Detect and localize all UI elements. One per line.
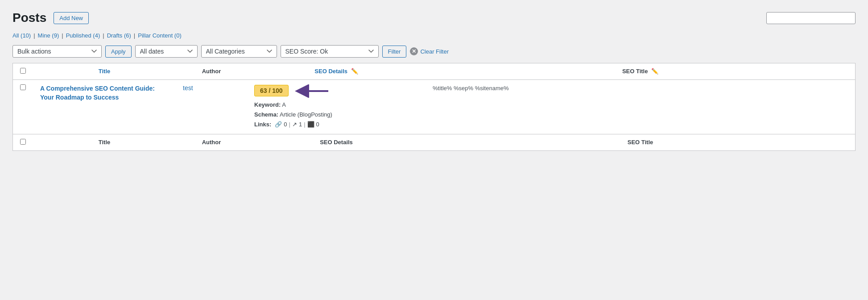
page-header: Posts Add New bbox=[12, 11, 856, 25]
post-title-link[interactable]: A Comprehensive SEO Content Guide: Your … bbox=[40, 85, 155, 101]
seo-links-row: Links: 🔗 0 | ↗ 1 | ⬛ 0 bbox=[254, 120, 418, 129]
schema-label: Schema: bbox=[254, 111, 278, 118]
links-internal-count: 0 bbox=[284, 120, 287, 129]
sep-1: | bbox=[33, 32, 35, 39]
link-icon-nofollow: ⬛ bbox=[307, 120, 314, 129]
th-title: Title bbox=[33, 63, 176, 80]
row-checkbox[interactable] bbox=[20, 84, 26, 90]
tfoot-th-author: Author bbox=[176, 134, 247, 150]
search-area bbox=[766, 12, 856, 24]
seo-score-badge: 63 / 100 bbox=[254, 85, 289, 96]
tablenav-top: Bulk actions Apply All dates All Categor… bbox=[12, 45, 856, 58]
th-seo-title-label: SEO Title bbox=[622, 68, 648, 75]
tfoot-th-seo-details: SEO Details bbox=[247, 134, 426, 150]
arrow-icon bbox=[295, 84, 331, 98]
filter-link-published[interactable]: Published (4) bbox=[66, 32, 100, 39]
arrow-annotation bbox=[295, 84, 331, 98]
author-link[interactable]: test bbox=[183, 84, 193, 92]
link-icon-internal: 🔗 bbox=[275, 120, 282, 129]
th-seo-details-link[interactable]: SEO Details bbox=[314, 68, 347, 75]
table-header-row: Title Author SEO Details ✏️ SEO Title ✏️ bbox=[13, 63, 856, 80]
table-footer-row: Title Author SEO Details SEO Title bbox=[13, 134, 856, 150]
tfoot-select-all-checkbox[interactable] bbox=[20, 139, 26, 145]
page-title: Posts bbox=[12, 11, 46, 25]
th-checkbox bbox=[13, 63, 33, 80]
row-author-cell: test bbox=[176, 80, 247, 134]
clear-filter-label: Clear Filter bbox=[420, 48, 449, 55]
keyword-value: A bbox=[282, 101, 286, 108]
filter-button[interactable]: Filter bbox=[382, 46, 407, 58]
row-seo-details-cell: 63 / 100 Keyword: bbox=[247, 80, 426, 134]
seo-score-area: 63 / 100 bbox=[254, 84, 418, 100]
filter-link-all[interactable]: All (10) bbox=[12, 32, 31, 39]
posts-table: Title Author SEO Details ✏️ SEO Title ✏️… bbox=[12, 63, 856, 151]
sep-2: | bbox=[62, 32, 63, 39]
th-seo-details: SEO Details ✏️ bbox=[247, 63, 426, 80]
link-sep-1: | bbox=[289, 120, 290, 129]
seo-keyword-row: Keyword: A bbox=[254, 100, 418, 110]
select-all-checkbox[interactable] bbox=[20, 68, 26, 74]
row-checkbox-cell bbox=[13, 80, 33, 134]
schema-value: Article (BlogPosting) bbox=[280, 111, 332, 118]
sep-3: | bbox=[103, 32, 104, 39]
post-status-filter-bar: All (10) | Mine (9) | Published (4) | Dr… bbox=[12, 32, 856, 39]
bulk-actions-select[interactable]: Bulk actions bbox=[12, 45, 102, 58]
th-title-link[interactable]: Title bbox=[99, 68, 111, 75]
tfoot-seo-details-label: SEO Details bbox=[320, 139, 353, 146]
search-input[interactable] bbox=[766, 12, 856, 24]
keyword-label: Keyword: bbox=[254, 101, 281, 108]
sep-4: | bbox=[134, 32, 135, 39]
link-icon-external: ↗ bbox=[292, 120, 297, 129]
seo-score-select[interactable]: SEO Score: Ok bbox=[281, 45, 379, 58]
seo-schema-row: Schema: Article (BlogPosting) bbox=[254, 110, 418, 120]
row-title-cell: A Comprehensive SEO Content Guide: Your … bbox=[33, 80, 176, 134]
seo-details-edit-icon[interactable]: ✏️ bbox=[351, 68, 358, 75]
table-row: A Comprehensive SEO Content Guide: Your … bbox=[13, 80, 856, 134]
th-seo-title: SEO Title ✏️ bbox=[426, 63, 856, 80]
th-author-label: Author bbox=[202, 68, 221, 75]
add-new-button[interactable]: Add New bbox=[54, 12, 89, 24]
row-seo-title-cell: %title% %sep% %sitename% bbox=[426, 80, 856, 134]
links-nofollow-count: 0 bbox=[316, 120, 319, 129]
clear-filter-link[interactable]: ✕ Clear Filter bbox=[410, 47, 449, 55]
seo-title-value: %title% %sep% %sitename% bbox=[433, 85, 509, 92]
filter-link-pillar-content[interactable]: Pillar Content (0) bbox=[138, 32, 182, 39]
categories-select[interactable]: All Categories bbox=[201, 45, 277, 58]
filter-link-drafts[interactable]: Drafts (6) bbox=[107, 32, 131, 39]
tfoot-th-seo-title: SEO Title bbox=[426, 134, 856, 150]
links-external-count: 1 bbox=[299, 120, 302, 129]
tfoot-seo-title-label: SEO Title bbox=[628, 139, 653, 146]
th-author: Author bbox=[176, 63, 247, 80]
tfoot-th-checkbox bbox=[13, 134, 33, 150]
tfoot-author-label: Author bbox=[202, 139, 221, 146]
tfoot-th-title: Title bbox=[33, 134, 176, 150]
filter-link-mine[interactable]: Mine (9) bbox=[38, 32, 59, 39]
clear-filter-icon: ✕ bbox=[410, 47, 418, 55]
apply-button[interactable]: Apply bbox=[105, 46, 132, 58]
tfoot-title-label: Title bbox=[99, 139, 111, 146]
link-sep-2: | bbox=[304, 120, 305, 129]
dates-select[interactable]: All dates bbox=[135, 45, 198, 58]
seo-title-edit-icon[interactable]: ✏️ bbox=[651, 68, 658, 75]
links-label: Links: bbox=[254, 120, 271, 129]
